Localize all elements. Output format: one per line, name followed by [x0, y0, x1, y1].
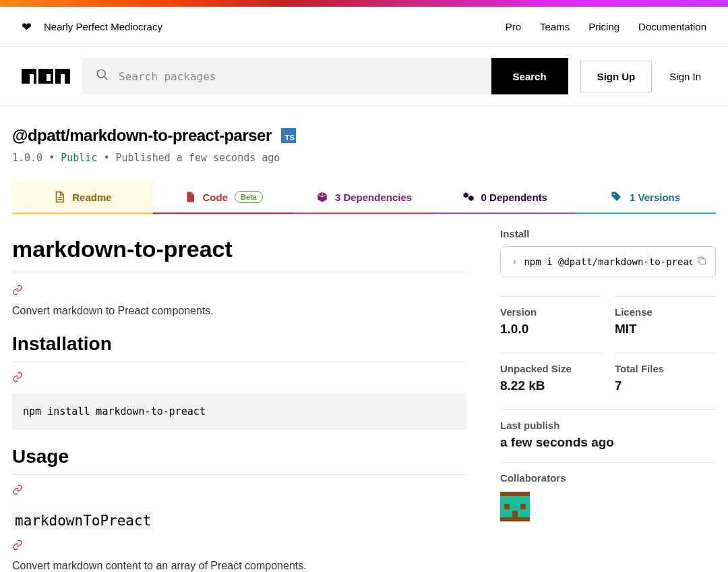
- meta-last-publish: Last publish a few seconds ago: [500, 409, 716, 462]
- readme-desc: Convert markdown to Preact components.: [12, 305, 466, 317]
- search-input[interactable]: [119, 70, 478, 83]
- search-icon: [96, 68, 109, 84]
- tab-code-label: Code: [203, 192, 229, 203]
- collaborator-avatar[interactable]: [500, 492, 530, 521]
- tags-icon: [611, 191, 623, 203]
- nav-pricing[interactable]: Pricing: [588, 21, 619, 32]
- last-publish-value: a few seconds ago: [500, 435, 716, 450]
- readme-title: markdown-to-preact: [12, 236, 466, 273]
- svg-line-1: [104, 77, 108, 80]
- top-bar: ❤ Nearly Perfect Mediocracy Pro Teams Pr…: [0, 7, 728, 47]
- anchor-link-icon[interactable]: [12, 372, 466, 385]
- unpacked-value: 8.22 kB: [500, 378, 601, 393]
- svg-rect-5: [700, 259, 705, 264]
- tab-versions-label: 1 Versions: [630, 192, 680, 203]
- tab-dependents-label: 0 Dependents: [481, 192, 547, 203]
- heading-installation: Installation: [12, 333, 466, 362]
- meta-total-files: Total Files 7: [615, 353, 716, 405]
- install-code-block[interactable]: npm install markdown-to-preact: [12, 393, 466, 430]
- anchor-link-icon[interactable]: [12, 540, 466, 553]
- heart-icon[interactable]: ❤: [22, 20, 32, 34]
- tab-versions[interactable]: 1 Versions: [575, 181, 716, 214]
- search-row: Search Sign Up Sign In: [0, 47, 728, 106]
- package-published: Published a few seconds ago: [116, 152, 280, 164]
- version-label: Version: [500, 306, 601, 318]
- package-version: 1.0.0: [12, 152, 42, 164]
- heading-usage: Usage: [12, 446, 466, 475]
- box-icon: [316, 191, 328, 203]
- typescript-badge[interactable]: TS: [281, 128, 296, 143]
- package-meta: 1.0.0 • Public • Published a few seconds…: [12, 152, 716, 164]
- nav-pro[interactable]: Pro: [506, 21, 521, 32]
- gradient-bar: [0, 0, 728, 7]
- heading-function: markdownToPreact: [12, 511, 154, 530]
- nav-teams[interactable]: Teams: [540, 21, 570, 32]
- files-value: 7: [615, 378, 716, 393]
- package-title: @dpatt/markdown-to-preact-parser: [12, 126, 272, 145]
- license-label: License: [615, 306, 716, 318]
- content: @dpatt/markdown-to-preact-parser TS 1.0.…: [0, 106, 728, 572]
- file-icon: [53, 191, 65, 203]
- license-value: MIT: [615, 322, 716, 337]
- sidebar: Install › npm i @dpatt/markdown-to-preac…: [500, 228, 716, 572]
- collaborators-label: Collaborators: [500, 462, 716, 484]
- anchor-link-icon[interactable]: [12, 285, 466, 298]
- tab-dependencies[interactable]: 3 Dependencies: [294, 181, 435, 214]
- tabs: Readme Code Beta 3 Dependencies 0 Depend…: [12, 181, 716, 214]
- search-button[interactable]: Search: [491, 58, 568, 94]
- chevron-right-icon: ›: [512, 256, 517, 267]
- signup-button[interactable]: Sign Up: [580, 61, 653, 92]
- copy-icon[interactable]: [692, 256, 707, 268]
- anchor-link-icon[interactable]: [12, 484, 466, 498]
- tagline: Nearly Perfect Mediocracy: [44, 21, 162, 32]
- package-header: @dpatt/markdown-to-preact-parser TS: [12, 126, 716, 145]
- tab-dependencies-label: 3 Dependencies: [335, 192, 412, 203]
- install-command-text: npm i @dpatt/markdown-to-preact-parser: [524, 256, 704, 267]
- tab-dependents[interactable]: 0 Dependents: [434, 181, 575, 214]
- files-label: Total Files: [615, 363, 716, 374]
- svg-point-0: [98, 70, 106, 78]
- search-input-wrap: [82, 58, 491, 94]
- signin-link[interactable]: Sign In: [664, 71, 706, 82]
- meta-unpacked-size: Unpacked Size 8.22 kB: [500, 353, 601, 405]
- package-visibility: Public: [61, 152, 97, 164]
- top-nav: Pro Teams Pricing Documentation: [506, 21, 706, 32]
- svg-point-4: [613, 194, 615, 195]
- tab-readme-label: Readme: [72, 192, 111, 203]
- npm-logo[interactable]: [22, 69, 70, 84]
- tab-readme[interactable]: Readme: [12, 181, 153, 214]
- unpacked-label: Unpacked Size: [500, 363, 601, 374]
- nav-documentation[interactable]: Documentation: [638, 21, 706, 32]
- usage-desc: Convert markdown content to an array of …: [12, 560, 466, 572]
- last-publish-label: Last publish: [500, 420, 716, 431]
- search-box: Search: [82, 58, 568, 94]
- version-value: 1.0.0: [500, 322, 601, 337]
- meta-version: Version 1.0.0: [500, 296, 601, 349]
- beta-badge: Beta: [235, 191, 263, 203]
- install-command-box[interactable]: › npm i @dpatt/markdown-to-preact-parser: [500, 246, 716, 277]
- top-bar-left: ❤ Nearly Perfect Mediocracy: [22, 20, 162, 34]
- readme-content: markdown-to-preact Convert markdown to P…: [12, 228, 466, 572]
- meta-license: License MIT: [615, 296, 716, 349]
- code-file-icon: [184, 191, 196, 203]
- main-row: markdown-to-preact Convert markdown to P…: [12, 228, 716, 572]
- boxes-icon: [462, 191, 475, 203]
- meta-grid: Version 1.0.0 License MIT Unpacked Size …: [500, 296, 716, 462]
- tab-code[interactable]: Code Beta: [153, 181, 294, 214]
- install-label: Install: [500, 228, 716, 239]
